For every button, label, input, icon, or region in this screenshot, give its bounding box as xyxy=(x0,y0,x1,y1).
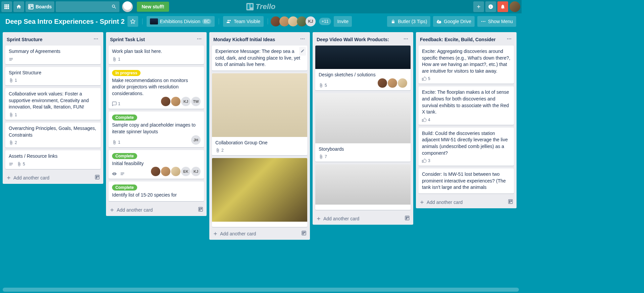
add-card-button[interactable]: Add another card xyxy=(213,231,256,236)
card-badges: 2 xyxy=(9,140,17,145)
card[interactable]: Sprint Structure1 xyxy=(5,67,101,86)
list: Deep Video Wall Work Products:Design ske… xyxy=(313,32,413,225)
member-avatar[interactable]: KJ xyxy=(191,167,201,176)
org-thumb-icon xyxy=(150,18,158,24)
butler-button[interactable]: Butler (3 Tips) xyxy=(387,16,430,27)
member-avatar[interactable] xyxy=(161,97,170,106)
card[interactable]: Collaborative work values: Foster a supp… xyxy=(5,88,101,120)
svg-point-25 xyxy=(199,39,200,40)
member-avatar[interactable] xyxy=(398,78,407,88)
trello-logo[interactable]: Trello xyxy=(246,2,276,11)
member-avatar[interactable]: TW xyxy=(191,97,201,106)
attachment-badge: 5 xyxy=(17,162,25,166)
list-menu-button[interactable] xyxy=(402,35,409,44)
list-menu-button[interactable] xyxy=(506,35,513,44)
member-avatar[interactable] xyxy=(378,78,387,88)
add-card-button[interactable]: Add another card xyxy=(316,216,359,221)
card-template-button[interactable] xyxy=(508,199,513,206)
card-title: Excite: Aggregating discoveries around s… xyxy=(422,48,511,74)
member-stack[interactable]: KJ xyxy=(272,16,316,26)
member-avatar[interactable]: JH xyxy=(191,135,201,145)
list-menu-button[interactable] xyxy=(93,35,99,44)
show-menu-label: Show Menu xyxy=(488,19,513,24)
list-title[interactable]: Deep Video Wall Work Products: xyxy=(317,37,389,42)
add-card-button[interactable]: Add another card xyxy=(6,175,49,180)
info-button[interactable] xyxy=(485,1,496,12)
attachment-badge: 1 xyxy=(112,140,120,145)
board-canvas[interactable]: Sprint StructureSummary of AgreementsSpr… xyxy=(0,29,522,288)
invite-button[interactable]: Invite xyxy=(334,16,352,27)
svg-rect-28 xyxy=(199,208,200,211)
list-title[interactable]: Sprint Task List xyxy=(110,37,145,42)
card[interactable]: CompleteSample copy and placeholder imag… xyxy=(109,112,204,147)
add-card-button[interactable]: Add another card xyxy=(419,200,463,205)
card-members: EKKJ xyxy=(151,167,201,176)
card[interactable]: In progressMake recommendations on monit… xyxy=(109,67,204,109)
list-title[interactable]: Monday Kickoff Initial Ideas xyxy=(213,37,275,42)
card[interactable]: Collaboration Group One2 xyxy=(212,73,307,156)
star-button[interactable] xyxy=(127,16,138,27)
card[interactable]: Excite: The floorplan makes a lot of sen… xyxy=(419,86,514,125)
card-title: Storyboards xyxy=(319,146,407,153)
attachment-badge: 1 xyxy=(112,57,120,62)
svg-rect-6 xyxy=(4,8,6,9)
card[interactable]: Consider: Is MW-51 lost between two prom… xyxy=(419,168,514,194)
edit-card-icon[interactable] xyxy=(299,47,306,56)
show-menu-button[interactable]: Show Menu xyxy=(477,16,516,27)
member-avatar[interactable] xyxy=(151,167,160,176)
search-input[interactable] xyxy=(56,1,119,12)
card-template-button[interactable] xyxy=(301,230,307,237)
card[interactable]: Build: Could the discoveries station adj… xyxy=(419,128,514,166)
card[interactable]: CompleteIdentify list of 15-20 species f… xyxy=(109,181,204,201)
member-avatar[interactable] xyxy=(161,167,170,176)
card-badges xyxy=(9,57,13,62)
visibility-button[interactable]: Team Visible xyxy=(223,16,264,27)
card[interactable]: Design sketches / solutions5 xyxy=(315,46,411,90)
list-menu-button[interactable] xyxy=(196,35,203,44)
svg-point-37 xyxy=(406,39,407,40)
card[interactable] xyxy=(315,164,411,210)
ellipsis-icon xyxy=(403,36,409,42)
card[interactable]: Overarching Principles, Goals, Messages,… xyxy=(5,123,101,148)
home-button[interactable] xyxy=(13,1,24,12)
svg-point-30 xyxy=(301,39,302,40)
board-title[interactable]: Deep Sea Intro Experiences - Sprint 2 xyxy=(5,18,125,25)
card[interactable]: Excite: Aggregating discoveries around s… xyxy=(419,46,514,84)
like-badge: 5 xyxy=(422,76,430,81)
list-header: Feedback: Excite, Build, Consider xyxy=(416,32,517,46)
card-template-button[interactable] xyxy=(95,174,100,181)
notifications-button[interactable] xyxy=(497,1,508,12)
boards-button[interactable]: Boards xyxy=(25,1,54,12)
list-footer: Add another card xyxy=(3,172,103,184)
svg-rect-33 xyxy=(302,231,306,235)
card-template-button[interactable] xyxy=(198,207,203,213)
add-card-button[interactable]: Add another card xyxy=(109,207,153,213)
create-button[interactable] xyxy=(473,1,484,12)
member-avatar[interactable]: EK xyxy=(181,167,191,176)
like-badge: 4 xyxy=(422,118,430,122)
gdrive-button[interactable]: Google Drive xyxy=(433,16,475,27)
apps-button[interactable] xyxy=(1,1,12,12)
card[interactable]: Storyboards7 xyxy=(315,93,411,162)
new-stuff-badge[interactable]: New stuff! xyxy=(137,2,169,12)
card[interactable]: Assets / Resource links5 xyxy=(5,150,101,169)
member-overflow[interactable]: +11 xyxy=(319,18,331,25)
card-template-button[interactable] xyxy=(405,215,410,222)
card[interactable]: Summary of Agreements xyxy=(5,46,101,64)
card[interactable]: Experience Message: The deep sea a cold,… xyxy=(212,46,307,71)
member-avatar[interactable] xyxy=(171,167,180,176)
card[interactable]: CompleteInitial feasibilityEKKJ xyxy=(109,150,204,179)
list-menu-button[interactable] xyxy=(299,35,306,44)
list-title[interactable]: Feedback: Excite, Build, Consider xyxy=(420,37,496,42)
org-button[interactable]: Exhibitions Division BC xyxy=(147,16,215,27)
member-avatar[interactable]: KJ xyxy=(306,16,316,26)
user-avatar[interactable] xyxy=(509,1,520,12)
member-avatar[interactable]: KJ xyxy=(181,97,191,106)
list-title[interactable]: Sprint Structure xyxy=(7,37,43,42)
member-avatar[interactable] xyxy=(388,78,397,88)
member-avatar[interactable] xyxy=(171,97,180,106)
card-cover xyxy=(212,158,307,222)
card[interactable]: Work plan task list here.1 xyxy=(109,46,204,64)
horizontal-scrollbar[interactable] xyxy=(3,288,519,292)
card[interactable] xyxy=(212,158,307,227)
